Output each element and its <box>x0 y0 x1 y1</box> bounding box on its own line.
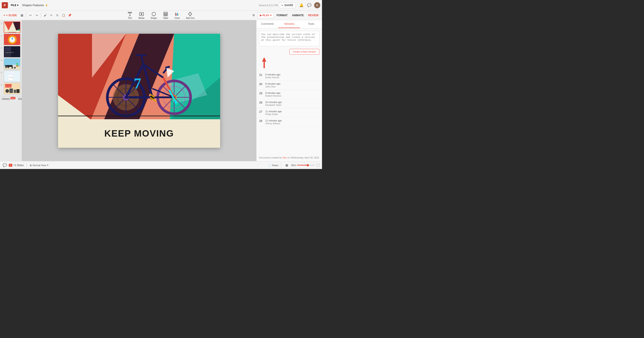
media-tool[interactable]: Media <box>137 11 146 20</box>
svg-rect-55 <box>16 89 20 93</box>
tools-tab[interactable]: Tools <box>300 20 322 28</box>
bottom-right: 📄 Notes ▦ 86% ⛶ <box>268 162 319 168</box>
thumb-1[interactable]: KEEP MOVING <box>4 22 20 33</box>
table-tool[interactable]: Table <box>162 11 170 20</box>
comments-tab[interactable]: Comments <box>256 20 278 28</box>
chart-tool-label: Chart <box>174 17 180 19</box>
fullscreen-icon[interactable]: ⛶ <box>316 164 319 167</box>
chat-icon[interactable]: 💬 <box>3 163 7 167</box>
svg-rect-0 <box>128 12 132 13</box>
version-description-input[interactable] <box>259 31 319 46</box>
svg-line-89 <box>166 67 170 68</box>
text-tool[interactable]: Text <box>126 11 134 20</box>
zoom-thumb[interactable] <box>307 164 309 166</box>
share-button[interactable]: ⤷ SHARE <box>279 3 296 8</box>
ver-num-26: 26 <box>259 119 264 125</box>
settings-icon[interactable]: ⚙ <box>251 13 256 18</box>
ver-num-27: 27 <box>259 110 264 116</box>
ver-time-26: 11 minutes ago <box>265 119 319 122</box>
cut-icon[interactable]: ✂ <box>48 13 54 18</box>
notes-page-icon: 📄 <box>268 164 271 167</box>
view-selector[interactable]: 🖥 Normal View ▾ <box>29 164 48 167</box>
version-item-29[interactable]: 29 9 minutes ago Robert Reeves <box>256 90 322 99</box>
thumb-6[interactable]: MUSIC FESTIVAL <box>4 83 20 94</box>
total-slides: / 6 Slides <box>13 164 24 167</box>
play-chevron: ▾ <box>270 14 272 17</box>
versions-tab[interactable]: Versions <box>278 20 300 28</box>
redo-icon[interactable]: ↪ <box>34 13 40 18</box>
version-item-28[interactable]: 28 10 minutes ago Elizabeth Tailor <box>256 99 322 108</box>
version-item-26[interactable]: 26 11 minutes ago Jimmy Adams <box>256 118 322 127</box>
version-item-31[interactable]: 31 8 minutes ago Emily Horrell <box>256 72 322 81</box>
file-button[interactable]: FILE ▾ <box>9 3 20 8</box>
slide-text-area: KEEP MOVING <box>58 119 220 148</box>
ver-time-27: 11 minutes ago <box>265 110 319 113</box>
main-layout: 1 KEEP MOVING 2 <box>0 20 322 161</box>
notification-icon[interactable]: 🔔 <box>298 2 304 8</box>
paste-icon[interactable]: 📋 <box>61 13 66 18</box>
ver-info-28: 10 minutes ago Elizabeth Tailor <box>265 101 319 106</box>
chart-tool[interactable]: Chart <box>173 11 181 20</box>
library-tab[interactable]: LibraryNew <box>2 97 16 100</box>
ver-time-30: 8 minutes ago <box>265 82 319 85</box>
slide-num-5: 5 <box>1 71 3 74</box>
doc-you: You <box>283 156 287 159</box>
addons-tool[interactable]: Add-Ons <box>185 11 196 20</box>
slide-canvas: 7 KEEP MOVING <box>58 34 220 148</box>
grid-view-icon[interactable]: ▦ <box>284 162 290 168</box>
play-button[interactable]: ▶ PLAY ▾ <box>258 13 274 18</box>
ver-author-31: Emily Horrell <box>265 76 319 79</box>
shape-tool[interactable]: Shape <box>149 11 158 20</box>
ver-author-27: Philip Kotler <box>265 113 319 116</box>
ver-num-30: 30 <box>259 82 264 88</box>
current-slide-num[interactable]: 1 <box>9 164 12 167</box>
gallery-tab[interactable]: Gallery <box>18 97 22 100</box>
slide-num-3: 3 <box>1 46 3 49</box>
slide-thumbnail-4[interactable]: 4 <box>1 58 21 70</box>
slide-thumbnail-3[interactable]: 3 Story Behind Mobile Business MOBILE AP… <box>1 46 21 58</box>
table-tool-label: Table <box>163 17 168 19</box>
saved-status: Saved at 6:11 PM <box>259 4 278 7</box>
ver-num-29: 29 <box>259 92 264 97</box>
format-tab[interactable]: FORMAT <box>275 13 289 18</box>
bottom-bar: 💬 1 / 6 Slides 🖥 Normal View ▾ 📄 Notes ▦… <box>0 161 322 169</box>
chat-bubble-icon[interactable]: 💬 <box>306 2 312 8</box>
svg-line-91 <box>141 56 144 65</box>
toolbar: + + SLIDE ▦ ↩ ↪ 🖌 ✂ ⎘ 📋 📌 Text Media Sha… <box>0 11 322 20</box>
svg-text:7: 7 <box>134 75 141 92</box>
layout-icon[interactable]: ▦ <box>19 13 25 18</box>
user-avatar[interactable]: E <box>314 2 320 8</box>
slide-thumbnail-2[interactable]: 2 <box>1 34 21 45</box>
thumb-4[interactable] <box>4 58 20 70</box>
animate-tab[interactable]: ANIMATE <box>290 13 306 18</box>
format-painter-icon[interactable]: 🖌 <box>42 13 48 18</box>
version-item-27[interactable]: 27 11 minutes ago Philip Kotler <box>256 108 322 118</box>
thumb-3[interactable]: Story Behind Mobile Business MOBILE APP <box>4 46 20 58</box>
slide-num-2: 2 <box>1 34 3 37</box>
create-version-button[interactable]: Create a New Version <box>289 49 319 55</box>
version-list: 31 8 minutes ago Emily Horrell 30 8 minu… <box>256 71 322 154</box>
add-slide-button[interactable]: + + SLIDE <box>2 13 18 18</box>
clipboard-icon[interactable]: 📌 <box>67 13 72 18</box>
review-tab[interactable]: REVIEW <box>306 13 320 18</box>
ver-author-30: John Doe <box>265 85 319 88</box>
slide-num-4: 4 <box>1 58 3 61</box>
svg-rect-31 <box>4 59 20 66</box>
slide-thumbnail-5[interactable]: 5 Story Behind Mobile Business <box>1 71 21 82</box>
svg-point-38 <box>12 67 13 69</box>
slide-thumbnail-6[interactable]: 6 MUSIC FESTIVAL <box>1 83 21 94</box>
svg-marker-99 <box>262 57 266 68</box>
notes-button[interactable]: 📄 Notes <box>268 164 278 167</box>
file-label: FILE <box>11 4 16 7</box>
version-item-30[interactable]: 30 8 minutes ago John Doe <box>256 81 322 90</box>
thumb-2[interactable] <box>4 34 20 45</box>
thumb-5[interactable]: Story Behind Mobile Business <box>4 71 20 82</box>
bookmark-icon[interactable]: ★ <box>45 4 48 7</box>
svg-text:KEEP MOVING: KEEP MOVING <box>8 32 16 33</box>
undo-icon[interactable]: ↩ <box>28 13 33 18</box>
svg-rect-28 <box>5 47 11 51</box>
copy-icon[interactable]: ⎘ <box>54 13 60 18</box>
new-badge: New <box>10 97 16 99</box>
slide-thumbnail-1[interactable]: 1 KEEP MOVING <box>1 22 21 33</box>
canvas-area: 7 KEEP MOVING <box>22 20 256 161</box>
